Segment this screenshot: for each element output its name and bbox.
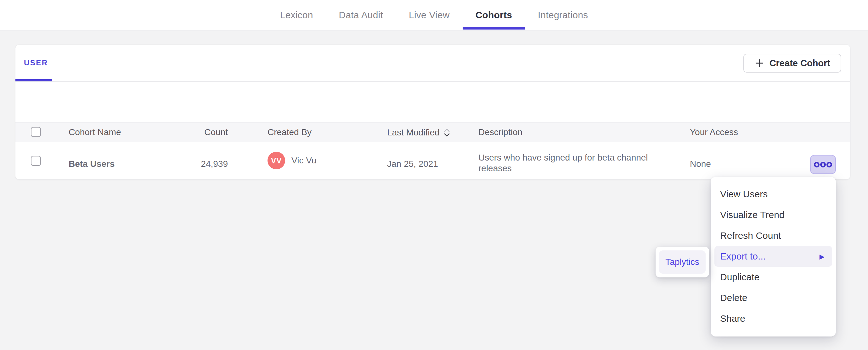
cohorts-panel: USER Create Cohort 1 Results Filter by C… <box>16 45 850 179</box>
menu-item-export-to[interactable]: Export to... ▶ <box>714 246 832 267</box>
header-last-modified[interactable]: Last Modified <box>387 127 451 138</box>
header-created-by: Created By <box>268 127 312 137</box>
export-to-label: Export to... <box>720 251 766 262</box>
ellipsis-icon <box>814 162 832 168</box>
row-checkbox[interactable] <box>31 156 41 166</box>
select-all-checkbox[interactable] <box>31 127 41 137</box>
cohort-name-link[interactable]: Beta Users <box>69 159 115 169</box>
created-by-cell: VV Vic Vu <box>268 152 316 169</box>
tab-live-view[interactable]: Live View <box>396 0 463 30</box>
tab-integrations[interactable]: Integrations <box>525 0 601 30</box>
create-cohort-button[interactable]: Create Cohort <box>743 54 841 73</box>
menu-item-delete[interactable]: Delete <box>711 287 836 308</box>
header-last-modified-label: Last Modified <box>387 128 440 138</box>
create-cohort-label: Create Cohort <box>770 58 830 69</box>
menu-item-share[interactable]: Share <box>711 308 836 329</box>
last-modified-cell: Jan 25, 2021 <box>387 159 438 169</box>
cohort-count: 24,939 <box>163 159 228 169</box>
plus-icon <box>754 58 765 68</box>
header-description: Description <box>478 127 522 137</box>
header-cohort-name: Cohort Name <box>69 127 121 137</box>
table-row: Beta Users 24,939 VV Vic Vu Jan 25, 2021… <box>16 142 850 179</box>
row-actions-menu: View Users Visualize Trend Refresh Count… <box>711 177 836 337</box>
filter-bar: 1 Results Filter by Created By Anyone ▼ … <box>16 82 850 122</box>
header-your-access: Your Access <box>690 127 738 137</box>
tab-cohorts[interactable]: Cohorts <box>463 0 525 30</box>
menu-item-visualize-trend[interactable]: Visualize Trend <box>711 205 836 225</box>
table-header: Cohort Name Count Created By Last Modifi… <box>16 122 850 142</box>
your-access-cell: None <box>690 159 711 169</box>
creator-name: Vic Vu <box>291 155 316 166</box>
sort-icon <box>443 127 451 138</box>
header-count: Count <box>163 127 228 137</box>
tab-user[interactable]: USER <box>24 59 48 67</box>
menu-item-duplicate[interactable]: Duplicate <box>711 267 836 287</box>
menu-item-view-users[interactable]: View Users <box>711 184 836 205</box>
export-submenu: Taplytics <box>656 247 709 277</box>
submenu-arrow-icon: ▶ <box>819 253 825 260</box>
description-cell: Users who have signed up for beta channe… <box>478 152 651 174</box>
row-actions-button[interactable] <box>810 155 836 174</box>
user-tab-underline <box>16 79 52 81</box>
menu-item-refresh-count[interactable]: Refresh Count <box>711 225 836 246</box>
tab-data-audit[interactable]: Data Audit <box>326 0 396 30</box>
avatar: VV <box>268 152 285 169</box>
tab-lexicon[interactable]: Lexicon <box>267 0 326 30</box>
submenu-item-taplytics[interactable]: Taplytics <box>659 250 706 274</box>
top-navbar: Lexicon Data Audit Live View Cohorts Int… <box>0 0 868 31</box>
